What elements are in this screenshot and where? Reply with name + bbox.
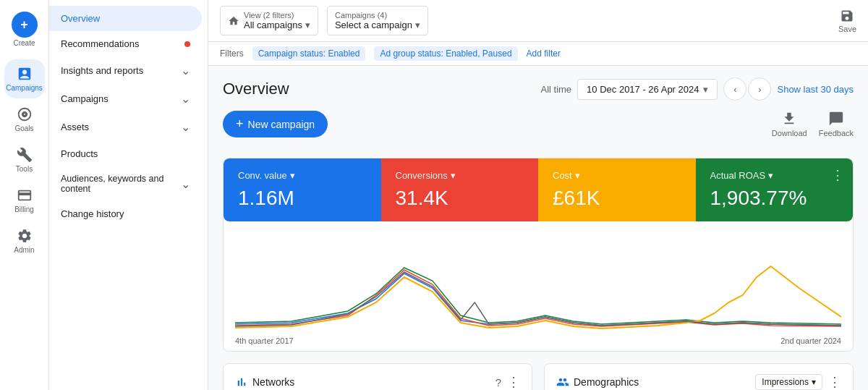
chart-start-label: 4th quarter 2017 bbox=[235, 336, 294, 345]
demographics-title: Demographics bbox=[574, 376, 639, 388]
view-filters-button[interactable]: View (2 filters) All campaigns ▾ bbox=[220, 6, 318, 35]
conv-value-label: Conv. value ▾ bbox=[238, 170, 367, 181]
networks-title: Networks bbox=[252, 376, 294, 388]
metric-card-cost: Cost ▾ £61K bbox=[538, 158, 696, 221]
sidebar-item-overview[interactable]: Overview bbox=[49, 6, 202, 31]
all-campaigns-value: All campaigns ▾ bbox=[244, 20, 310, 30]
insights-chevron-icon: ⌄ bbox=[181, 64, 190, 77]
metric-card-conversions: Conversions ▾ 31.4K bbox=[381, 158, 539, 221]
conversions-dropdown-icon[interactable]: ▾ bbox=[451, 170, 456, 181]
campaigns-icon bbox=[16, 65, 33, 82]
roas-label: Actual ROAS ▾ bbox=[710, 170, 839, 181]
demographics-card-header: Demographics Impressions ▾ ⋮ bbox=[556, 374, 841, 390]
all-time-label: All time bbox=[540, 84, 571, 95]
new-campaign-button[interactable]: + New campaign bbox=[223, 111, 328, 137]
chart-end-label: 2nd quarter 2024 bbox=[780, 336, 841, 345]
recommendations-dot bbox=[184, 41, 190, 47]
audiences-chevron-icon: ⌄ bbox=[181, 177, 190, 191]
top-bar: View (2 filters) All campaigns ▾ Campaig… bbox=[208, 0, 868, 42]
demographics-card: Demographics Impressions ▾ ⋮ Summary of … bbox=[544, 363, 854, 390]
tools-label: Tools bbox=[16, 165, 33, 174]
conversions-value: 31.4K bbox=[396, 187, 524, 210]
filter-bar: Filters Campaign status: Enabled Ad grou… bbox=[208, 42, 868, 66]
admin-label: Admin bbox=[14, 246, 34, 255]
dropdown-arrow-icon: ▾ bbox=[305, 20, 310, 30]
overview-title: Overview bbox=[223, 80, 289, 98]
billing-icon bbox=[16, 187, 33, 204]
impressions-dropdown-icon: ▾ bbox=[812, 377, 816, 387]
networks-card-header: Networks ? ⋮ bbox=[235, 374, 520, 390]
download-label: Download bbox=[772, 129, 807, 137]
main-content: View (2 filters) All campaigns ▾ Campaig… bbox=[208, 0, 868, 390]
tools-icon bbox=[16, 146, 33, 164]
goals-icon bbox=[16, 106, 33, 123]
home-icon bbox=[228, 15, 239, 27]
networks-more-icon[interactable]: ⋮ bbox=[507, 374, 520, 390]
campaigns-nav-icon[interactable]: Campaigns bbox=[4, 59, 45, 98]
create-label: Create bbox=[13, 39, 35, 48]
sidebar-item-assets[interactable]: Assets ⌄ bbox=[49, 113, 202, 141]
demographics-icon bbox=[556, 376, 569, 389]
create-plus-icon: + bbox=[12, 12, 38, 38]
date-range-value: 10 Dec 2017 - 26 Apr 2024 bbox=[587, 84, 699, 95]
prev-date-button[interactable]: ‹ bbox=[723, 77, 746, 101]
demographics-more-icon[interactable]: ⋮ bbox=[828, 374, 841, 390]
sidebar-item-insights[interactable]: Insights and reports ⌄ bbox=[49, 56, 202, 85]
networks-chart-icon bbox=[235, 376, 248, 389]
sidebar-item-audiences[interactable]: Audiences, keywords and content ⌄ bbox=[49, 166, 202, 201]
download-icon bbox=[781, 111, 797, 127]
metrics-chart-card: Conv. value ▾ 1.16M Conversions ▾ 31.4K … bbox=[223, 158, 854, 352]
date-picker-button[interactable]: 10 Dec 2017 - 26 Apr 2024 ▾ bbox=[577, 79, 718, 100]
sidebar-item-campaigns[interactable]: Campaigns ⌄ bbox=[49, 85, 202, 113]
campaign-status-filter[interactable]: Campaign status: Enabled bbox=[252, 46, 366, 61]
conv-value-value: 1.16M bbox=[238, 187, 367, 210]
goals-label: Goals bbox=[14, 124, 33, 133]
show-last-30-button[interactable]: Show last 30 days bbox=[777, 84, 854, 95]
filters-label: Filters bbox=[220, 48, 244, 59]
sidebar-item-recommendations[interactable]: Recommendations bbox=[49, 31, 202, 56]
view-filter-label: View (2 filters) bbox=[244, 11, 310, 20]
add-filter-button[interactable]: Add filter bbox=[527, 48, 561, 59]
tools-nav-icon[interactable]: Tools bbox=[4, 140, 45, 179]
select-campaign-value: Select a campaign ▾ bbox=[335, 20, 420, 30]
create-button[interactable]: + Create bbox=[4, 6, 45, 54]
sidebar-item-products[interactable]: Products bbox=[49, 141, 202, 166]
sidebar-item-change-history[interactable]: Change history bbox=[49, 201, 202, 226]
roas-dropdown-icon[interactable]: ▾ bbox=[768, 170, 773, 181]
save-button[interactable]: Save bbox=[838, 9, 856, 33]
sidebar-icons-column: + Create Campaigns Goals Tools Billing A… bbox=[0, 0, 49, 390]
conv-value-dropdown-icon[interactable]: ▾ bbox=[290, 170, 295, 181]
feedback-button[interactable]: Feedback bbox=[819, 111, 854, 137]
overview-header: Overview All time 10 Dec 2017 - 26 Apr 2… bbox=[223, 77, 854, 101]
cost-dropdown-icon[interactable]: ▾ bbox=[575, 170, 580, 181]
cost-value: £61K bbox=[553, 187, 681, 210]
campaigns-label: Campaigns bbox=[6, 84, 43, 93]
metric-more-icon[interactable]: ⋮ bbox=[831, 167, 844, 183]
next-date-button[interactable]: › bbox=[748, 77, 771, 101]
demographics-actions: Impressions ▾ ⋮ bbox=[755, 374, 841, 390]
performance-chart bbox=[235, 230, 841, 331]
nav-sidebar: Overview Recommendations Insights and re… bbox=[49, 0, 208, 390]
networks-help-icon[interactable]: ? bbox=[495, 376, 501, 389]
toolbar-right: Download Feedback bbox=[772, 111, 854, 137]
impressions-label: Impressions bbox=[762, 377, 809, 387]
admin-nav-icon[interactable]: Admin bbox=[4, 221, 45, 260]
bottom-cards: Networks ? ⋮ Summary of how your ads are… bbox=[223, 363, 854, 390]
save-icon bbox=[840, 9, 854, 23]
campaigns-count-label: Campaigns (4) bbox=[335, 11, 420, 20]
impressions-dropdown-button[interactable]: Impressions ▾ bbox=[755, 374, 822, 390]
cost-label: Cost ▾ bbox=[553, 170, 681, 181]
metrics-row: Conv. value ▾ 1.16M Conversions ▾ 31.4K … bbox=[224, 158, 853, 221]
campaign-actions-row: + New campaign Download Feedback bbox=[223, 111, 854, 148]
campaigns-selector-button[interactable]: Campaigns (4) Select a campaign ▾ bbox=[327, 6, 428, 35]
admin-icon bbox=[16, 227, 33, 245]
save-label: Save bbox=[838, 25, 856, 33]
networks-card: Networks ? ⋮ Summary of how your ads are… bbox=[223, 363, 532, 390]
billing-nav-icon[interactable]: Billing bbox=[4, 181, 45, 220]
ad-group-status-filter[interactable]: Ad group status: Enabled, Paused bbox=[374, 46, 517, 61]
feedback-icon bbox=[828, 111, 844, 127]
demographics-title-row: Demographics bbox=[556, 376, 639, 389]
goals-nav-icon[interactable]: Goals bbox=[4, 100, 45, 139]
networks-actions: ? ⋮ bbox=[495, 374, 520, 390]
download-button[interactable]: Download bbox=[772, 111, 807, 137]
